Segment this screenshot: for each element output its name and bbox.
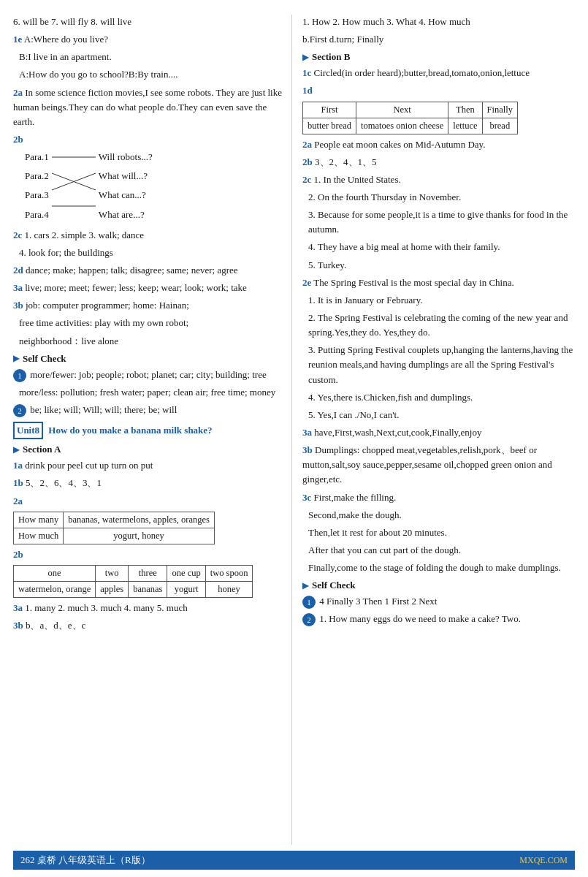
r2e-1: 1. It is in January or February. bbox=[308, 293, 575, 308]
sc2-text: be; like; will; Will; will; there; be; w… bbox=[30, 404, 177, 415]
r2c-text2: 2. On the fourth Thursday in November. bbox=[308, 190, 575, 205]
2a-col2: How much bbox=[14, 528, 64, 544]
2b-h5: two spoon bbox=[205, 565, 253, 581]
1e-dialog-b: B:I live in an apartment. bbox=[19, 51, 112, 62]
sc2-block: 2 be; like; will; Will; will; there; be;… bbox=[13, 403, 284, 417]
r2e-2: 2. The Spring Festival is celebrating th… bbox=[308, 311, 575, 340]
r2a-block: 2a People eat moon cakes on Mid-Autumn D… bbox=[302, 137, 575, 152]
1d-v1: butter bread bbox=[303, 118, 356, 134]
label-2a: 2a bbox=[13, 87, 23, 98]
right-line1: 1. How 2. How much 3. What 4. How much bbox=[302, 15, 575, 29]
label-2c: 2c bbox=[13, 229, 22, 240]
2a-val1: bananas, watermelons, apples, oranges bbox=[64, 512, 215, 528]
r3c-text4: After that you can cut part of the dough… bbox=[308, 543, 575, 558]
r-self-check-header: Self Check bbox=[302, 580, 575, 591]
2b-h3: three bbox=[129, 565, 167, 581]
r2e-block: 2e The Spring Festival is the most speci… bbox=[302, 276, 575, 290]
1d-col1: First bbox=[303, 102, 356, 118]
2a-row1: How many bananas, watermelons, apples, o… bbox=[14, 512, 215, 528]
para1-left: Para.1 bbox=[25, 150, 49, 164]
will-answers: 6. will be 7. will fly 8. will live bbox=[13, 16, 131, 27]
r2c-text5: 5. Turkey. bbox=[308, 258, 575, 273]
footer-left-text: 262 桌桥 八年级英语上（R版） bbox=[20, 854, 150, 867]
3a-block: 3a live; more; meet; fewer; less; keep; … bbox=[13, 281, 284, 295]
sc1-text2: more/less: pollution; fresh water; paper… bbox=[19, 385, 284, 400]
3b-block: 3b job: computer programmer; home: Haina… bbox=[13, 298, 284, 313]
2b-block: 2b bbox=[13, 132, 284, 147]
2b-v1: watermelon, orange bbox=[14, 581, 96, 597]
r2c-text3: 3. Because for some people,it is a time … bbox=[308, 208, 575, 237]
r2b-text: 3、2、4、1、5 bbox=[315, 156, 377, 167]
2b-table: one two three one cup two spoon watermel… bbox=[13, 565, 253, 598]
2b-v4: yogurt bbox=[167, 581, 205, 597]
3b-text3: neighborhood：live alone bbox=[19, 334, 284, 349]
2b-label2: 2b bbox=[13, 547, 284, 562]
1e-block: 1e A:Where do you live? bbox=[13, 32, 284, 47]
label-2b2: 2b bbox=[13, 549, 23, 560]
1e-dialog-c: A:How do you go to school?B:By train.... bbox=[19, 69, 177, 80]
unit8-box: Unit8 bbox=[13, 422, 43, 439]
2b-h2: two bbox=[96, 565, 129, 581]
r2c-text1: 1. In the United States. bbox=[314, 174, 401, 185]
crossing-lines-icon bbox=[52, 150, 96, 216]
2c-block: 2c 1. cars 2. simple 3. walk; dance bbox=[13, 228, 284, 243]
para2-left: Para.2 bbox=[25, 169, 49, 183]
r-label-2c: 2c bbox=[302, 174, 311, 185]
r-label-2e: 2e bbox=[302, 277, 311, 288]
r3c-text1: First,make the filling. bbox=[314, 492, 397, 503]
1c-text: Circled(in order heard);butter,bread,tom… bbox=[314, 67, 530, 78]
r2b-block: 2b 3、2、4、1、5 bbox=[302, 155, 575, 170]
para3-right: What can...? bbox=[99, 188, 153, 202]
label-3a: 3a bbox=[13, 282, 23, 293]
para-match: Para.1 Para.2 Para.3 Para.4 Will robots.… bbox=[25, 150, 284, 225]
2d-block: 2d dance; make; happen; talk; disagree; … bbox=[13, 263, 284, 278]
3a2-text: 1. many 2. much 3. much 4. many 5. much bbox=[25, 602, 187, 613]
content-area: 6. will be 7. will fly 8. will live 1e A… bbox=[13, 15, 575, 845]
1d-row1: butter bread tomatoes onion cheese lettu… bbox=[303, 118, 518, 134]
2a-block: 2a In some science fiction movies,I see … bbox=[13, 86, 284, 129]
label-2b: 2b bbox=[13, 134, 23, 145]
1d-col4: Finally bbox=[482, 102, 517, 118]
footer-right-text: MXQE.COM bbox=[519, 855, 568, 866]
rsc2-text: 1. How many eggs do we need to make a ca… bbox=[319, 613, 521, 624]
r2e-3: 3. Putting Spring Festival couplets up,h… bbox=[308, 343, 575, 387]
1d-col2: Next bbox=[356, 102, 448, 118]
page: 6. will be 7. will fly 8. will live 1e A… bbox=[0, 0, 588, 877]
2b-value-row: watermelon, orange apples bananas yogurt… bbox=[14, 581, 253, 597]
para-right: Will robots...? What will...? What can..… bbox=[99, 150, 153, 225]
r3b-block: 3b Dumplings: chopped meat,vegetables,re… bbox=[302, 443, 575, 487]
3b-text2: free time activities: play with my own r… bbox=[19, 316, 284, 330]
label-3b2: 3b bbox=[13, 620, 23, 631]
footer-bar: 262 桌桥 八年级英语上（R版） MXQE.COM bbox=[13, 851, 575, 870]
para4-right: What are...? bbox=[99, 208, 153, 222]
2a-text: In some science fiction movies,I see som… bbox=[13, 87, 282, 127]
r2e-text: The Spring Festival is the most special … bbox=[313, 277, 513, 288]
left-column: 6. will be 7. will fly 8. will live 1e A… bbox=[13, 15, 292, 845]
right-column: 1. How 2. How much 3. What 4. How much b… bbox=[292, 15, 575, 845]
2a-val2: yogurt, honey bbox=[64, 528, 215, 544]
r3c-text2: Second,make the dough. bbox=[308, 508, 575, 523]
rsc2-block: 2 1. How many eggs do we need to make a … bbox=[302, 612, 575, 626]
2d-text: dance; make; happen; talk; disagree; sam… bbox=[26, 265, 238, 276]
2a-table-label: 2a bbox=[13, 494, 284, 509]
2b-h1: one bbox=[14, 565, 96, 581]
r-label-3a: 3a bbox=[302, 427, 312, 438]
3a2-block: 3a 1. many 2. much 3. much 4. many 5. mu… bbox=[13, 601, 284, 615]
1d-v4: bread bbox=[482, 118, 517, 134]
r2e-5: 5. Yes,I can ./No,I can't. bbox=[308, 408, 575, 422]
rsc2-badge: 2 bbox=[302, 613, 316, 626]
r3b-text: Dumplings: chopped meat,vegetables,relis… bbox=[302, 444, 552, 485]
label-1e: 1e bbox=[13, 34, 22, 45]
r3a-block: 3a have,First,wash,Next,cut,cook,Finally… bbox=[302, 425, 575, 440]
2c-text2: 4. look for; the buildings bbox=[19, 246, 284, 260]
2a-table: How many bananas, watermelons, apples, o… bbox=[13, 512, 215, 544]
sc1-block: 1 more/fewer: job; people; robot; planet… bbox=[13, 368, 284, 382]
label-2d: 2d bbox=[13, 265, 23, 276]
1b-text: 5、2、6、4、3、1 bbox=[26, 477, 102, 488]
3b2-block: 3b b、a、d、e、c bbox=[13, 618, 284, 633]
r-label-2b: 2b bbox=[302, 156, 313, 167]
r3c-text5: Finally,come to the stage of folding the… bbox=[308, 561, 575, 575]
2a-col1: How many bbox=[14, 512, 64, 528]
line-will: 6. will be 7. will fly 8. will live bbox=[13, 15, 284, 29]
1b-block: 1b 5、2、6、4、3、1 bbox=[13, 476, 284, 490]
